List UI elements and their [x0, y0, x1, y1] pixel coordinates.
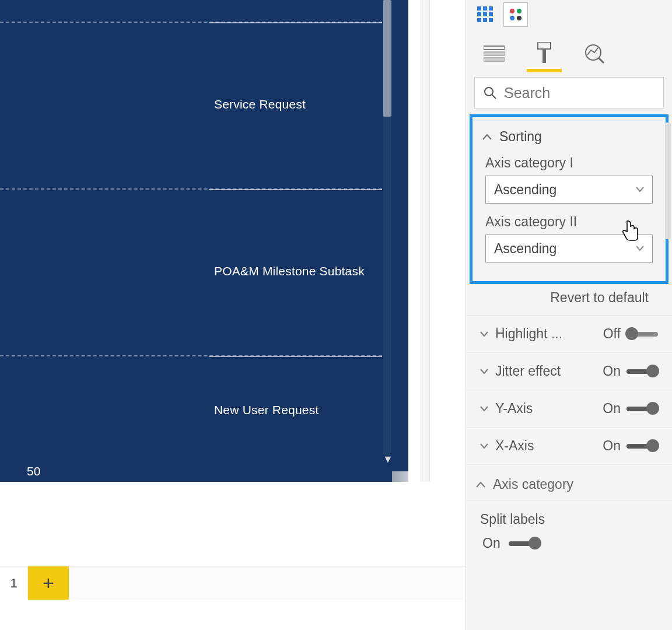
chart-plot-area: Service Request POA&M Milestone Subtask … [0, 0, 382, 457]
x-axis-tick: 50 [27, 464, 40, 478]
scrollbar-thumb[interactable] [383, 0, 391, 117]
axis-category-title: Axis category [493, 477, 573, 492]
svg-rect-15 [484, 58, 505, 61]
split-labels-block: Split labels On [466, 501, 672, 555]
svg-rect-1 [483, 6, 487, 10]
svg-line-21 [492, 94, 496, 99]
prop-xaxis-label: X-Axis [495, 438, 534, 454]
axis1-dropdown[interactable]: Ascending [485, 176, 653, 204]
svg-point-11 [510, 16, 514, 20]
revert-to-default-link[interactable]: Revert to default [466, 284, 672, 316]
prop-xaxis-toggle[interactable] [626, 444, 658, 449]
chevron-down-icon [480, 369, 488, 374]
chevron-down-icon [480, 406, 488, 412]
prop-xaxis[interactable]: X-Axis On [466, 428, 672, 465]
page-tab-active[interactable]: 1 [0, 566, 28, 600]
svg-point-9 [510, 9, 514, 13]
chevron-down-icon [636, 187, 644, 192]
chart-visual[interactable]: Service Request POA&M Milestone Subtask … [0, 0, 408, 482]
axis2-label: Axis category II [485, 214, 653, 230]
fields-tab-icon[interactable] [480, 40, 508, 68]
svg-rect-8 [489, 18, 493, 22]
sorting-header[interactable]: Sorting [473, 117, 666, 153]
viz-type-grid-icon[interactable] [473, 2, 498, 27]
svg-rect-5 [489, 12, 493, 16]
prop-xaxis-state: On [603, 438, 621, 454]
row-label: Service Request [214, 97, 306, 111]
svg-rect-6 [477, 18, 481, 22]
prop-jitter-state: On [603, 363, 621, 379]
svg-rect-14 [484, 52, 505, 55]
page-tabs: 1 + [0, 566, 466, 600]
svg-rect-7 [483, 18, 487, 22]
viz-type-custom-icon[interactable] [503, 2, 528, 27]
chart-row: New User Request [0, 355, 382, 457]
row-divider [209, 356, 382, 357]
prop-jitter-label: Jitter effect [495, 363, 561, 379]
row-divider [209, 22, 382, 23]
chevron-down-icon [480, 331, 488, 337]
prop-jitter[interactable]: Jitter effect On [466, 353, 672, 390]
split-labels-label: Split labels [480, 512, 658, 527]
split-labels-state: On [482, 536, 501, 551]
pane-mode-tabs [466, 32, 672, 68]
analytics-tab-icon[interactable] [580, 40, 608, 68]
prop-highlight-toggle[interactable] [626, 332, 658, 337]
svg-line-19 [598, 58, 604, 63]
prop-yaxis-toggle[interactable] [626, 407, 658, 411]
svg-point-20 [485, 88, 493, 96]
svg-rect-16 [538, 42, 551, 49]
visual-scrollbar[interactable]: ▼ [383, 0, 391, 455]
svg-rect-4 [483, 12, 487, 16]
chart-row: Service Request [0, 22, 382, 188]
split-labels-toggle[interactable] [509, 541, 540, 546]
svg-rect-3 [477, 12, 481, 16]
svg-point-10 [517, 9, 522, 13]
svg-rect-17 [542, 49, 546, 63]
sorting-title: Sorting [499, 129, 542, 145]
prop-yaxis[interactable]: Y-Axis On [466, 390, 672, 428]
report-canvas[interactable]: Service Request POA&M Milestone Subtask … [0, 0, 466, 630]
search-input-wrap[interactable] [474, 77, 664, 108]
plus-icon: + [43, 572, 54, 594]
prop-yaxis-label: Y-Axis [495, 401, 533, 416]
pane-scrollbar[interactable] [665, 123, 671, 239]
svg-point-12 [517, 16, 522, 20]
row-label: New User Request [214, 403, 318, 417]
chevron-up-icon [475, 480, 486, 490]
scroll-down-icon[interactable]: ▼ [383, 453, 393, 466]
sorting-section-highlight: Sorting Axis category I Ascending Axis c… [470, 114, 668, 284]
format-tab-icon[interactable] [530, 40, 558, 68]
prop-jitter-toggle[interactable] [626, 369, 658, 374]
search-input[interactable] [504, 85, 655, 102]
resize-handle[interactable] [392, 471, 408, 482]
page-tab-label: 1 [10, 576, 17, 591]
chevron-up-icon [482, 132, 492, 142]
add-page-button[interactable]: + [28, 566, 69, 600]
svg-rect-2 [489, 6, 493, 10]
chevron-down-icon [636, 246, 644, 251]
search-icon [483, 86, 497, 100]
row-divider [209, 189, 382, 190]
chart-row: POA&M Milestone Subtask [0, 188, 382, 355]
prop-highlight[interactable]: Highlight ... Off [466, 316, 672, 353]
axis-category-header[interactable]: Axis category [466, 465, 672, 501]
chevron-down-icon [480, 443, 488, 449]
svg-rect-0 [477, 6, 481, 10]
prop-highlight-label: Highlight ... [495, 326, 562, 342]
canvas-scrollbar[interactable] [421, 0, 430, 482]
visualizations-palette [466, 0, 672, 32]
prop-yaxis-state: On [603, 401, 621, 416]
axis1-value: Ascending [494, 182, 556, 198]
axis2-value: Ascending [494, 241, 556, 257]
axis2-dropdown[interactable]: Ascending [485, 235, 653, 262]
prop-highlight-state: Off [603, 326, 621, 342]
format-pane: Sorting Axis category I Ascending Axis c… [466, 0, 672, 630]
axis1-label: Axis category I [485, 155, 653, 171]
row-label: POA&M Milestone Subtask [214, 264, 365, 278]
svg-rect-13 [484, 46, 505, 50]
